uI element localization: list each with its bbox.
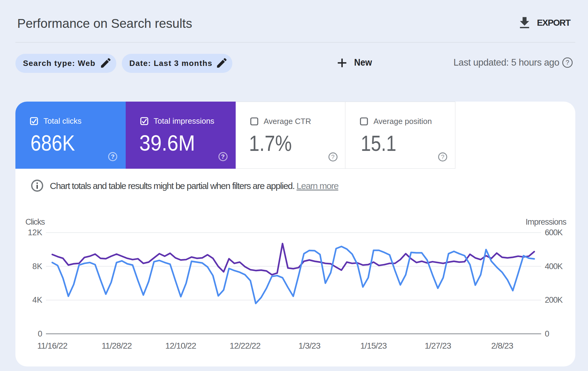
svg-text:?: ? [566, 59, 569, 66]
